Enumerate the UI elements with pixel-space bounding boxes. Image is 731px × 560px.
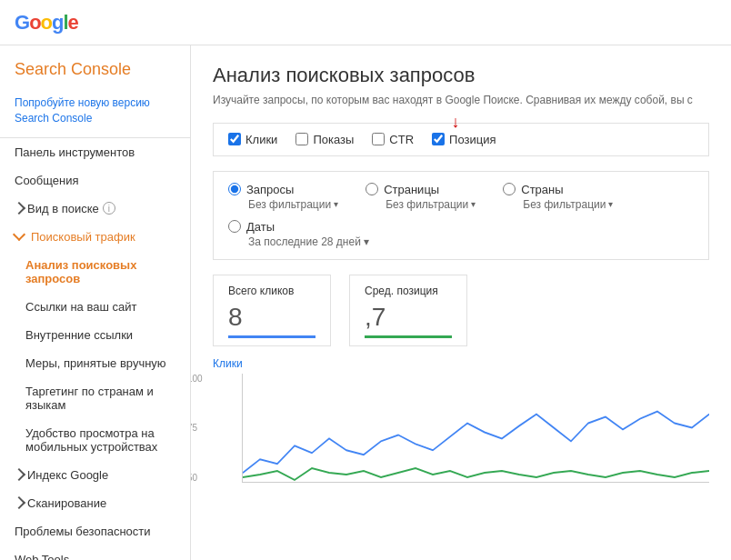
countries-filter-label[interactable]: Без фильтрации ▾ bbox=[503, 198, 613, 211]
dropdown-arrow-icon2: ▾ bbox=[471, 199, 476, 209]
dropdown-arrow-icon3: ▾ bbox=[608, 199, 613, 209]
queries-radio[interactable] bbox=[228, 183, 241, 195]
sidebar-item-targeting[interactable]: Таргетинг по странам и языкам bbox=[0, 377, 190, 419]
page-subtitle: Изучайте запросы, по которым вас находят… bbox=[213, 93, 709, 108]
chevron-right-icon bbox=[13, 202, 25, 215]
sidebar-item-security[interactable]: Проблемы безопасности bbox=[0, 517, 190, 545]
filter-position[interactable]: Позиция bbox=[432, 133, 496, 146]
date-row: Даты За последние 28 дней ▾ bbox=[228, 220, 694, 248]
page-title: Анализ поисковых запросов bbox=[213, 64, 709, 87]
filter-ctr[interactable]: CTR bbox=[372, 133, 414, 146]
radio-row: Запросы Без фильтрации ▾ Страницы Без фи… bbox=[228, 183, 694, 211]
sidebar-item-google-index[interactable]: Индекс Google bbox=[0, 461, 190, 489]
sidebar-item-manual-actions[interactable]: Меры, принятые вручную bbox=[0, 349, 190, 377]
position-bar bbox=[365, 335, 452, 338]
dimensions-group: Запросы Без фильтрации ▾ Страницы Без фи… bbox=[213, 171, 709, 260]
countries-radio[interactable] bbox=[503, 183, 516, 195]
red-arrow-position: ↓ bbox=[451, 113, 459, 132]
sidebar-item-messages[interactable]: Сообщения bbox=[0, 166, 190, 195]
queries-filter-label[interactable]: Без фильтрации ▾ bbox=[228, 198, 338, 211]
chevron-right-icon2 bbox=[13, 468, 25, 481]
pages-radio[interactable] bbox=[366, 183, 378, 195]
chart-container bbox=[242, 374, 709, 483]
promo-link[interactable]: Попробуйте новую версию Search Console bbox=[15, 95, 175, 126]
chevron-right-icon3 bbox=[13, 496, 25, 509]
chart-legend: Клики bbox=[213, 357, 709, 370]
stat-position: Сред. позиция ,7 bbox=[349, 275, 467, 346]
sidebar-item-internal-links[interactable]: Внутренние ссылки bbox=[0, 321, 190, 349]
dropdown-arrow-icon: ▾ bbox=[334, 199, 338, 209]
date-dimension[interactable]: Даты За последние 28 дней ▾ bbox=[228, 220, 369, 248]
blue-line bbox=[243, 411, 709, 472]
sidebar-item-search-traffic[interactable]: → Поисковый трафик bbox=[0, 223, 190, 251]
chart-y-labels: 100 75 50 bbox=[191, 374, 203, 483]
chart-wrapper: 100 75 50 bbox=[213, 374, 709, 483]
sidebar-item-web-tools[interactable]: Web Tools bbox=[0, 545, 190, 560]
sidebar: Search Console Попробуйте новую версию S… bbox=[0, 45, 191, 560]
info-icon[interactable]: i bbox=[103, 202, 115, 215]
pages-filter-label[interactable]: Без фильтрации ▾ bbox=[366, 198, 476, 211]
chart-section: Клики 100 75 50 bbox=[213, 357, 709, 483]
sidebar-item-mobile[interactable]: Удобство просмотра на мобильных устройст… bbox=[0, 419, 190, 461]
stats-row: Всего кликов 8 Сред. позиция ,7 bbox=[213, 275, 709, 346]
radio-pages[interactable]: Страницы Без фильтрации ▾ bbox=[366, 183, 476, 211]
filter-shows[interactable]: Показы bbox=[295, 133, 354, 146]
radio-queries[interactable]: Запросы Без фильтрации ▾ bbox=[228, 183, 338, 211]
chart-svg bbox=[243, 374, 709, 482]
sidebar-item-backlinks[interactable]: Ссылки на ваш сайт bbox=[0, 293, 190, 321]
google-logo: Google bbox=[15, 11, 78, 35]
clicks-checkbox[interactable] bbox=[228, 133, 241, 145]
sidebar-item-search-queries[interactable]: → Анализ поисковых запросов bbox=[0, 251, 190, 293]
shows-checkbox[interactable] bbox=[295, 133, 308, 145]
sidebar-item-crawl[interactable]: Сканирование bbox=[0, 489, 190, 517]
sidebar-promo: Попробуйте новую версию Search Console bbox=[0, 90, 190, 138]
dropdown-arrow-icon4: ▾ bbox=[364, 235, 369, 248]
clicks-bar bbox=[228, 335, 315, 338]
main-content: Анализ поисковых запросов Изучайте запро… bbox=[191, 45, 731, 560]
green-line bbox=[243, 468, 709, 480]
radio-countries[interactable]: Страны Без фильтрации ▾ bbox=[503, 183, 613, 211]
stat-clicks: Всего кликов 8 bbox=[213, 275, 331, 346]
sidebar-item-panel[interactable]: Панель инструментов bbox=[0, 138, 190, 166]
header: Google bbox=[0, 0, 731, 45]
filter-clicks[interactable]: Клики bbox=[228, 133, 277, 146]
sidebar-title: Search Console bbox=[0, 45, 190, 90]
position-checkbox[interactable] bbox=[432, 133, 445, 145]
date-range-label[interactable]: За последние 28 дней ▾ bbox=[228, 235, 369, 248]
chevron-down-icon bbox=[13, 228, 25, 241]
dates-radio[interactable] bbox=[228, 220, 241, 233]
filter-row: Клики Показы CTR ↓ Позиция bbox=[213, 123, 709, 156]
layout: Search Console Попробуйте новую версию S… bbox=[0, 45, 731, 560]
ctr-checkbox[interactable] bbox=[372, 133, 385, 145]
filter-position-container: ↓ Позиция bbox=[432, 133, 496, 146]
sidebar-item-view-search[interactable]: Вид в поиске i bbox=[0, 195, 190, 223]
